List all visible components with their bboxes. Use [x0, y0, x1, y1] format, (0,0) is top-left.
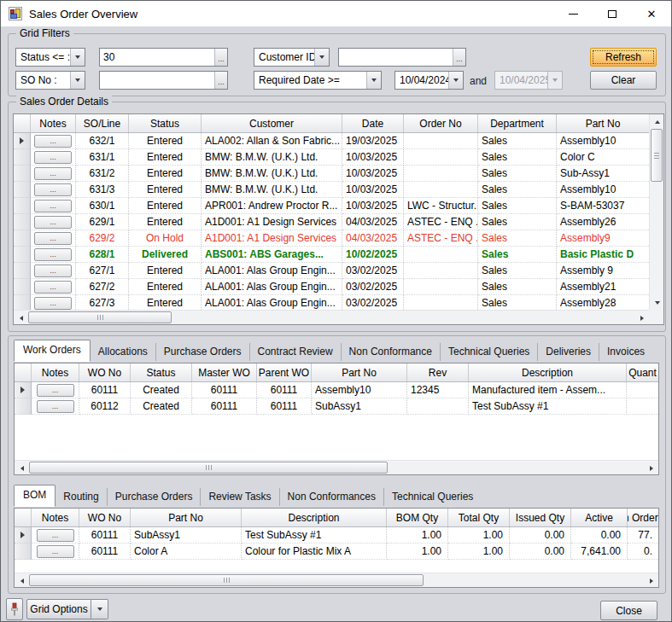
scroll-right-button[interactable] — [644, 573, 658, 588]
tab-bom[interactable]: BOM — [14, 485, 56, 507]
chevron-down-icon[interactable] — [448, 72, 463, 89]
scroll-down-button[interactable] — [650, 295, 664, 310]
chevron-down-icon[interactable] — [366, 72, 381, 89]
notes-button[interactable]: ... — [37, 529, 74, 542]
column-header-parent-wo[interactable]: Parent WO — [257, 363, 312, 381]
tab-purchase-orders-bom[interactable]: Purchase Orders — [107, 488, 201, 506]
so-no-input[interactable] — [100, 72, 214, 89]
column-header-notes[interactable]: Notes — [32, 509, 79, 526]
grid-options-dropdown-button[interactable] — [91, 599, 108, 619]
scroll-left-button[interactable] — [15, 573, 29, 588]
table-row[interactable]: ... 631/1 Entered BMW: B.M.W. (U.K.) Ltd… — [14, 149, 649, 166]
column-header-status[interactable]: Status — [131, 363, 192, 381]
column-header-notes[interactable]: Notes — [31, 114, 76, 132]
pin-button[interactable] — [6, 598, 23, 620]
column-header-description[interactable]: Description — [242, 509, 387, 526]
notes-button[interactable]: ... — [34, 183, 72, 196]
tab-non-conformances[interactable]: Non Conformances — [279, 488, 383, 506]
column-header-part-no[interactable]: Part No — [131, 509, 242, 526]
horizontal-scrollbar[interactable] — [14, 310, 649, 324]
column-header-customer[interactable]: Customer — [202, 114, 342, 132]
notes-button[interactable]: ... — [37, 400, 74, 413]
notes-button[interactable]: ... — [34, 297, 72, 310]
scroll-left-button[interactable] — [14, 311, 28, 325]
close-button[interactable]: Close — [600, 601, 657, 620]
column-header-total-qty[interactable]: Total Qty — [448, 509, 510, 526]
refresh-button[interactable]: Refresh — [590, 48, 657, 67]
column-header-master-wo[interactable]: Master WO — [192, 363, 257, 381]
scroll-thumb[interactable] — [29, 574, 424, 586]
tab-review-tasks[interactable]: Review Tasks — [200, 488, 278, 506]
column-header-wo-no[interactable]: WO No — [79, 363, 131, 381]
scroll-thumb[interactable] — [29, 462, 388, 474]
chevron-down-icon[interactable] — [70, 49, 85, 66]
table-row[interactable]: ... 629/1 Entered A1D001: A1 Design Serv… — [14, 214, 649, 230]
scroll-thumb[interactable] — [651, 129, 663, 182]
column-header-part-no[interactable]: Part No — [312, 363, 407, 381]
column-header-description[interactable]: Description — [469, 363, 627, 381]
notes-button[interactable]: ... — [37, 545, 74, 558]
table-row[interactable]: ... 629/2 On Hold A1D001: A1 Design Serv… — [14, 230, 649, 247]
table-row[interactable]: ... 60111 Color A Colour for Plastic Mix… — [15, 544, 658, 560]
table-row[interactable]: ... 630/1 Entered APR001: Andrew Proctor… — [14, 198, 649, 214]
table-row[interactable]: ... 60111 SubAssy1 Test SubAssy #1 1.00 … — [15, 527, 658, 544]
chevron-down-icon[interactable] — [70, 72, 85, 89]
tab-work-orders[interactable]: Work Orders — [14, 340, 91, 362]
scroll-left-button[interactable] — [15, 461, 29, 475]
tab-purchase-orders[interactable]: Purchase Orders — [155, 343, 249, 361]
column-header-quantity[interactable]: Quant — [627, 363, 658, 381]
required-date-from-picker[interactable]: 10/04/2024 — [394, 71, 464, 90]
table-row[interactable]: ... 627/2 Entered ALA001: Alas Group Eng… — [14, 279, 649, 295]
column-header-department[interactable]: Department — [478, 114, 557, 132]
column-header-active[interactable]: Active — [571, 509, 628, 526]
table-row[interactable]: ... 60112 Created 60111 60111 SubAssy1 T… — [15, 398, 658, 415]
tab-contract-review[interactable]: Contract Review — [249, 343, 341, 361]
close-window-button[interactable]: ✕ — [632, 1, 671, 26]
scroll-right-button[interactable] — [644, 461, 658, 475]
tab-deliveries[interactable]: Deliveries — [537, 343, 599, 361]
notes-button[interactable]: ... — [34, 167, 72, 180]
status-filter-ellipsis-button[interactable]: ... — [214, 49, 227, 66]
table-row[interactable]: ... 628/1 Delivered ABS001: ABS Garages.… — [14, 247, 649, 263]
column-header-date[interactable]: Date — [342, 114, 404, 132]
table-row[interactable]: ... 60111 Created 60111 60111 Assembly10… — [15, 382, 658, 398]
vertical-scrollbar[interactable] — [649, 114, 663, 310]
horizontal-scrollbar[interactable] — [15, 573, 658, 587]
table-row[interactable]: ... 631/2 Entered BMW: B.M.W. (U.K.) Ltd… — [14, 166, 649, 182]
so-no-ellipsis-button[interactable]: ... — [214, 72, 227, 89]
maximize-button[interactable] — [593, 1, 632, 26]
tab-non-conformance[interactable]: Non Conformance — [341, 343, 440, 361]
column-header-issued-qty[interactable]: Issued Qty — [510, 509, 571, 526]
table-row[interactable]: ... 631/3 Entered BMW: B.M.W. (U.K.) Ltd… — [14, 182, 649, 198]
column-header-notes[interactable]: Notes — [32, 363, 79, 381]
chevron-down-icon[interactable] — [314, 49, 329, 66]
customer-id-input[interactable] — [339, 49, 453, 66]
notes-button[interactable]: ... — [34, 248, 72, 261]
column-header-bom-qty[interactable]: BOM Qty — [387, 509, 448, 526]
clear-button[interactable]: Clear — [590, 71, 657, 90]
column-header-wo-no[interactable]: WO No — [79, 509, 131, 526]
scroll-up-button[interactable] — [650, 114, 664, 129]
status-filter-combo[interactable]: Status <= : — [15, 48, 85, 67]
so-no-combo[interactable]: SO No : — [15, 71, 85, 90]
column-header-on-order[interactable]: On Order W — [628, 509, 658, 526]
column-header-so-line[interactable]: SO/Line — [76, 114, 129, 132]
minimize-button[interactable] — [553, 1, 593, 26]
column-header-part-no[interactable]: Part No — [557, 114, 649, 132]
required-date-combo[interactable]: Required Date >= — [254, 71, 382, 90]
tab-allocations[interactable]: Allocations — [91, 343, 155, 361]
notes-button[interactable]: ... — [34, 216, 72, 229]
customer-id-combo[interactable]: Customer ID : — [254, 48, 330, 67]
horizontal-scrollbar[interactable] — [15, 460, 658, 474]
notes-button[interactable]: ... — [34, 232, 72, 245]
column-header-status[interactable]: Status — [129, 114, 202, 132]
notes-button[interactable]: ... — [34, 264, 72, 277]
scroll-thumb[interactable] — [28, 311, 172, 323]
column-header-order-no[interactable]: Order No — [404, 114, 478, 132]
tab-routing[interactable]: Routing — [56, 488, 106, 506]
notes-button[interactable]: ... — [37, 384, 74, 397]
notes-button[interactable]: ... — [34, 151, 72, 164]
notes-button[interactable]: ... — [34, 135, 72, 148]
column-header-rev[interactable]: Rev — [407, 363, 469, 381]
notes-button[interactable]: ... — [34, 281, 72, 294]
